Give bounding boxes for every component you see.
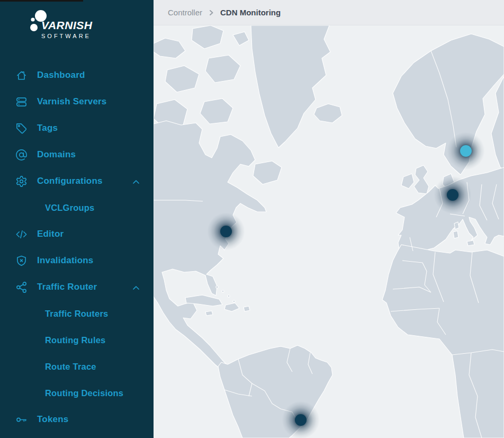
home-icon — [15, 69, 28, 82]
chevron-up-icon[interactable] — [132, 178, 140, 187]
sidebar-subitem-label: VCLGroups — [45, 203, 94, 213]
varnish-logo: VARNISH SOFTWARE — [28, 7, 133, 44]
sidebar-item-traffic-router[interactable]: Traffic Router — [0, 274, 154, 300]
sidebar-item-editor[interactable]: Editor — [0, 221, 154, 247]
world-map — [154, 25, 504, 438]
sidebar-subitem-label: Traffic Routers — [45, 309, 108, 319]
key-icon — [15, 413, 28, 426]
sidebar-nav: Dashboard Varnish Servers Tags Domains C — [0, 62, 154, 433]
sidebar-item-label: Invalidations — [37, 255, 94, 266]
chevron-up-icon[interactable] — [132, 284, 140, 293]
tag-icon — [15, 122, 28, 135]
cdn-node-south-america[interactable] — [282, 401, 320, 438]
sidebar-item-tokens[interactable]: Tokens — [0, 406, 154, 433]
sidebar-item-tags[interactable]: Tags — [0, 115, 154, 141]
breadcrumb: Controller CDN Monitoring — [154, 0, 504, 25]
sidebar-item-label: Domains — [37, 149, 76, 160]
breadcrumb-section[interactable]: Controller — [168, 8, 202, 17]
at-sign-icon — [15, 148, 28, 161]
sidebar-item-invalidations[interactable]: Invalidations — [0, 247, 154, 274]
brand-name: VARNISH — [41, 19, 92, 32]
sidebar-item-label: Varnish Servers — [37, 96, 107, 107]
sidebar-item-traffic-routers[interactable]: Traffic Routers — [0, 300, 154, 327]
main-content: Controller CDN Monitoring — [154, 0, 504, 438]
world-map-svg — [154, 25, 504, 438]
gear-icon — [15, 175, 28, 187]
sidebar-item-route-trace[interactable]: Route Trace — [0, 353, 154, 380]
sidebar-subitem-label: Routing Rules — [45, 335, 105, 345]
sidebar-item-configurations[interactable]: Configurations — [0, 168, 154, 194]
chevron-right-icon — [208, 10, 214, 16]
breadcrumb-page: CDN Monitoring — [220, 8, 281, 17]
window-top-strip — [0, 0, 83, 2]
sidebar: VARNISH SOFTWARE Dashboard Varnish Serve… — [0, 0, 154, 438]
brand-subtitle: SOFTWARE — [41, 33, 92, 39]
sidebar-item-label: Editor — [37, 229, 64, 239]
cdn-node-dot — [447, 189, 458, 201]
servers-icon — [15, 95, 28, 108]
sidebar-subitem-label: Route Trace — [45, 362, 96, 372]
shield-x-icon — [15, 254, 28, 267]
code-icon — [15, 228, 28, 240]
sidebar-item-label: Traffic Router — [37, 282, 97, 292]
sidebar-item-label: Configurations — [37, 176, 103, 186]
cdn-node-scandinavia[interactable] — [447, 132, 485, 170]
sidebar-item-domains[interactable]: Domains — [0, 141, 154, 168]
cdn-node-dot — [220, 226, 232, 237]
share-network-icon — [15, 281, 28, 293]
sidebar-item-vclgroups[interactable]: VCLGroups — [0, 194, 154, 221]
cdn-node-us-east[interactable] — [207, 212, 245, 251]
cdn-node-dot — [295, 414, 307, 426]
sidebar-item-dashboard[interactable]: Dashboard — [0, 62, 154, 88]
sidebar-item-routing-decisions[interactable]: Routing Decisions — [0, 380, 154, 406]
cdn-node-central-europe[interactable] — [434, 176, 472, 214]
sidebar-item-varnish-servers[interactable]: Varnish Servers — [0, 88, 154, 115]
cdn-node-dot — [460, 145, 472, 157]
sidebar-item-label: Tokens — [37, 414, 68, 425]
sidebar-subitem-label: Routing Decisions — [45, 388, 123, 398]
sidebar-item-label: Dashboard — [37, 70, 85, 81]
sidebar-item-routing-rules[interactable]: Routing Rules — [0, 327, 154, 353]
sidebar-item-label: Tags — [37, 123, 58, 133]
